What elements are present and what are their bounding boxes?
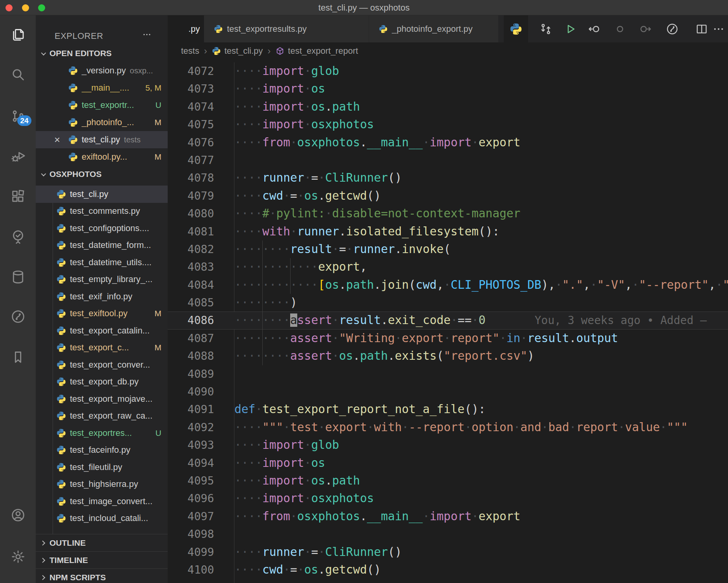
- code-line[interactable]: 4100····cwd·=·os.getcwd(): [168, 561, 728, 579]
- code-line[interactable]: 4079····cwd·=·os.getcwd(): [168, 187, 728, 205]
- gitlens-graph-button[interactable]: [664, 21, 680, 37]
- line-number[interactable]: 4082: [168, 240, 225, 258]
- tab-.py[interactable]: .py: [168, 15, 204, 42]
- code-line[interactable]: 4074····import·os.path: [168, 98, 728, 116]
- compare-changes-button[interactable]: [538, 21, 554, 37]
- tree-item[interactable]: test_export_raw_ca...: [36, 408, 168, 425]
- tree-item[interactable]: test_empty_library_...: [36, 271, 168, 288]
- tab-test_exportresults.py[interactable]: test_exportresults.py: [204, 15, 369, 42]
- open-editor-item[interactable]: _photoinfo_...M: [36, 114, 168, 131]
- breadcrumb-item[interactable]: test_export_report: [275, 46, 358, 56]
- code-line[interactable]: 4080····#·pylint:·disable=not-context-ma…: [168, 205, 728, 222]
- code-line[interactable]: 4097····from·osxphotos.__main__·import·e…: [168, 508, 728, 525]
- code-line[interactable]: 4078····runner·=·CliRunner(): [168, 169, 728, 187]
- tree-item[interactable]: test_comments.py: [36, 203, 168, 220]
- line-number[interactable]: 4086: [168, 312, 225, 329]
- code-line[interactable]: 4086········assert·result.exit_code·==·0…: [168, 312, 728, 329]
- line-number[interactable]: 4075: [168, 116, 225, 133]
- tree-item[interactable]: test_image_convert...: [36, 493, 168, 510]
- activity-explorer-button[interactable]: [0, 25, 36, 44]
- code-line[interactable]: 4099····runner·=·CliRunner(): [168, 543, 728, 561]
- tree-item[interactable]: test_fileutil.py: [36, 459, 168, 476]
- open-editor-item[interactable]: test_exportr...U: [36, 97, 168, 114]
- tree-item[interactable]: test_export_c...M: [36, 339, 168, 357]
- code-line[interactable]: 4096····import·osxphotos: [168, 490, 728, 507]
- code-line[interactable]: 4083············export,: [168, 258, 728, 276]
- line-number[interactable]: 4085: [168, 294, 225, 312]
- line-number[interactable]: 4074: [168, 98, 225, 116]
- line-number[interactable]: 4090: [168, 383, 225, 401]
- code-editor[interactable]: 4072····import·glob4073····import·os4074…: [168, 60, 728, 583]
- activity-source-control-button[interactable]: 24: [0, 107, 36, 126]
- code-line[interactable]: 4084············[os.path.join(cwd,·CLI_P…: [168, 276, 728, 294]
- split-editor-button[interactable]: [693, 21, 710, 37]
- line-number[interactable]: 4073: [168, 80, 225, 98]
- code-line[interactable]: 4075····import·osxphotos: [168, 116, 728, 133]
- tree-item[interactable]: test_exportres...U: [36, 424, 168, 442]
- tree-item[interactable]: test_configoptions....: [36, 220, 168, 237]
- code-line[interactable]: 4085········): [168, 294, 728, 312]
- next-change-button[interactable]: [637, 21, 653, 37]
- line-number[interactable]: 4091: [168, 401, 225, 418]
- line-number[interactable]: 4095: [168, 472, 225, 490]
- tree-item[interactable]: test_highsierra.py: [36, 476, 168, 493]
- activity-todo-tree-button[interactable]: [0, 227, 36, 246]
- tree-item[interactable]: test_export_catalin...: [36, 322, 168, 339]
- line-number[interactable]: 4083: [168, 258, 225, 276]
- python-interpreter-button[interactable]: [504, 15, 528, 42]
- code-line[interactable]: 4091def·test_export_report_not_a_file():: [168, 401, 728, 418]
- section-npm-scripts[interactable]: NPM SCRIPTS: [36, 568, 168, 583]
- activity-database-button[interactable]: [0, 268, 36, 286]
- line-number[interactable]: 4099: [168, 543, 225, 561]
- activity-search-button[interactable]: [0, 65, 36, 84]
- line-number[interactable]: 4088: [168, 347, 225, 365]
- code-line[interactable]: 4076····from·osxphotos.__main__·import·e…: [168, 134, 728, 151]
- code-line[interactable]: 4093····import·glob: [168, 436, 728, 454]
- breadcrumb-item[interactable]: tests: [181, 46, 199, 56]
- open-editor-item[interactable]: exiftool.py...M: [36, 148, 168, 166]
- activity-gitlens-button[interactable]: [0, 307, 36, 326]
- activity-run-debug-button[interactable]: [0, 146, 36, 165]
- code-line[interactable]: 4090: [168, 383, 728, 401]
- code-line[interactable]: 4072····import·glob: [168, 62, 728, 80]
- code-line[interactable]: 4077: [168, 151, 728, 169]
- code-line[interactable]: 4073····import·os: [168, 80, 728, 98]
- code-line[interactable]: 4098: [168, 525, 728, 543]
- open-editor-item[interactable]: __main__....5, M: [36, 79, 168, 97]
- activity-bookmarks-button[interactable]: [0, 348, 36, 366]
- open-editor-item[interactable]: _version.pyosxp...: [36, 62, 168, 79]
- code-line[interactable]: 4081····with·runner.isolated_filesystem(…: [168, 223, 728, 240]
- tree-item[interactable]: test_export_mojave...: [36, 390, 168, 408]
- tree-item[interactable]: test_export_conver...: [36, 356, 168, 373]
- tab-_photoinfo_export.py[interactable]: _photoinfo_export.py: [369, 15, 499, 42]
- code-line[interactable]: 4089: [168, 365, 728, 383]
- code-line[interactable]: 4094····import·os: [168, 454, 728, 472]
- more-actions-icon[interactable]: [142, 29, 152, 41]
- breadcrumb-item[interactable]: test_cli.py: [212, 46, 263, 56]
- section-timeline[interactable]: TIMELINE: [36, 551, 168, 568]
- tree-item[interactable]: test_export_db.py: [36, 373, 168, 391]
- more-actions-button[interactable]: [710, 21, 727, 37]
- run-button[interactable]: [562, 21, 578, 37]
- line-number[interactable]: 4078: [168, 169, 225, 187]
- section-open-editors[interactable]: OPEN EDITORS: [36, 45, 168, 62]
- open-editor-item[interactable]: ×test_cli.pytests: [36, 131, 168, 148]
- line-number[interactable]: 4098: [168, 525, 225, 543]
- previous-change-button[interactable]: [586, 21, 603, 37]
- code-line[interactable]: 4082········result·=·runner.invoke(: [168, 240, 728, 258]
- code-line[interactable]: 4088········assert·os.path.exists("repor…: [168, 347, 728, 365]
- line-number[interactable]: 4093: [168, 436, 225, 454]
- section-outline[interactable]: OUTLINE: [36, 534, 168, 551]
- line-number[interactable]: 4076: [168, 134, 225, 151]
- tree-item[interactable]: test_faceinfo.py: [36, 442, 168, 459]
- breadcrumb[interactable]: tests›test_cli.py›test_export_report: [168, 42, 728, 60]
- line-number[interactable]: 4096: [168, 490, 225, 507]
- line-number[interactable]: 4081: [168, 223, 225, 240]
- line-number[interactable]: 4087: [168, 330, 225, 347]
- line-number[interactable]: 4084: [168, 276, 225, 294]
- tree-item[interactable]: test_exif_info.py: [36, 288, 168, 305]
- code-line[interactable]: 4087········assert·"Writing·export·repor…: [168, 330, 728, 347]
- line-number[interactable]: 4100: [168, 561, 225, 579]
- close-icon[interactable]: ×: [54, 135, 68, 145]
- tree-item[interactable]: test_cli.py: [36, 186, 168, 203]
